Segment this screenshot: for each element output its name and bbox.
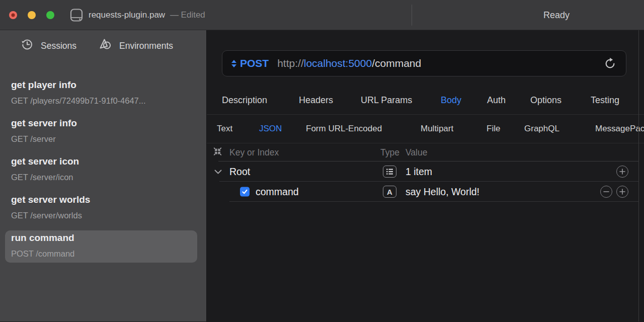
body-tab-json[interactable]: JSON xyxy=(259,124,282,134)
method-dropdown-icon xyxy=(231,60,236,67)
request-list: get player info GET /players/72499b71-91… xyxy=(0,77,206,263)
sidebar-tab-label: Environments xyxy=(119,41,173,51)
disclosure-chevron-icon[interactable] xyxy=(214,167,222,176)
collapse-icon xyxy=(212,146,223,157)
string-type-icon[interactable]: A xyxy=(383,186,396,198)
request-item-get-server-icon[interactable]: get server icon GET /server/icon xyxy=(5,154,197,186)
remove-row-button[interactable] xyxy=(600,186,612,198)
zoom-button[interactable] xyxy=(46,11,54,19)
collapse-all-button[interactable] xyxy=(212,146,223,159)
add-row-button[interactable] xyxy=(616,186,628,198)
tab-headers[interactable]: Headers xyxy=(299,95,333,105)
history-icon xyxy=(20,38,34,54)
json-value[interactable]: say Hello, World! xyxy=(406,186,479,198)
body-tab-form-url-encoded[interactable]: Form URL-Encoded xyxy=(306,124,382,134)
sidebar-tabs: Sessions Environments xyxy=(0,30,206,61)
json-row-command[interactable]: command A say Hello, World! xyxy=(207,182,644,202)
titlebar-divider xyxy=(412,5,412,26)
json-key[interactable]: command xyxy=(256,186,299,198)
json-value: 1 item xyxy=(406,166,432,178)
minimize-button[interactable] xyxy=(28,11,36,19)
send-refresh-button[interactable] xyxy=(603,56,617,70)
request-tabs: Description Headers URL Params Body Auth… xyxy=(207,86,644,115)
tab-url-params[interactable]: URL Params xyxy=(361,95,412,105)
refresh-icon xyxy=(603,57,617,70)
body-tab-multipart[interactable]: Multipart xyxy=(421,124,453,134)
request-subtitle: GET /server/worlds xyxy=(11,210,191,220)
plus-icon xyxy=(619,189,625,195)
body-type-tabs: Text JSON Form URL-Encoded Multipart Fil… xyxy=(207,115,644,143)
request-title: run command xyxy=(11,232,191,244)
request-title: get server worlds xyxy=(11,194,191,205)
checkmark-icon xyxy=(242,189,248,195)
request-subtitle: GET /server/icon xyxy=(11,172,191,182)
add-row-button[interactable] xyxy=(616,166,628,178)
request-title: get server info xyxy=(11,117,191,129)
json-row-root[interactable]: Root 1 item xyxy=(207,162,644,182)
sidebar: Sessions Environments get player info GE… xyxy=(0,30,206,321)
sidebar-tab-label: Sessions xyxy=(41,41,76,51)
url-field[interactable]: POST http://localhost:5000/command xyxy=(222,50,626,76)
tab-description[interactable]: Description xyxy=(222,95,267,105)
request-subtitle: GET /server xyxy=(11,134,191,144)
request-subtitle: POST /command xyxy=(11,249,191,259)
shapes-icon xyxy=(98,38,112,54)
column-header-key: Key or Index xyxy=(229,147,279,158)
url-path: /command xyxy=(372,57,421,69)
tab-options[interactable]: Options xyxy=(530,95,561,105)
status-text: Ready xyxy=(543,10,570,20)
url-scheme: http:// xyxy=(277,57,304,69)
request-subtitle: GET /players/72499b71-91f0-4647... xyxy=(11,96,191,106)
json-key[interactable]: Root xyxy=(229,166,250,178)
url-section: POST http://localhost:5000/command xyxy=(207,30,644,86)
titlebar: requests-plugin.paw — Edited Ready xyxy=(0,0,644,30)
method-label: POST xyxy=(240,57,269,69)
body-tab-text[interactable]: Text xyxy=(217,124,232,134)
url-host: localhost:5000 xyxy=(304,57,372,69)
sidebar-tab-sessions[interactable]: Sessions xyxy=(20,38,76,54)
json-body-editor: Key or Index Type Value Root xyxy=(207,143,644,202)
window-title: requests-plugin.paw — Edited xyxy=(89,10,205,20)
body-tab-messagepack[interactable]: MessagePack xyxy=(595,124,644,134)
main-panel: POST http://localhost:5000/command Descr… xyxy=(206,30,644,321)
minus-icon xyxy=(603,189,609,195)
body-tab-file[interactable]: File xyxy=(487,124,500,134)
plus-icon xyxy=(619,169,625,175)
request-item-run-command[interactable]: run command POST /command xyxy=(5,230,197,263)
sidebar-tab-environments[interactable]: Environments xyxy=(98,38,173,54)
request-title: get player info xyxy=(11,79,191,91)
tab-testing[interactable]: Testing xyxy=(591,95,619,105)
traffic-lights xyxy=(9,11,54,19)
document-name: requests-plugin.paw xyxy=(89,10,165,20)
request-item-get-player-info[interactable]: get player info GET /players/72499b71-91… xyxy=(5,77,197,110)
method-selector[interactable]: POST xyxy=(231,57,269,69)
json-grid-header: Key or Index Type Value xyxy=(207,143,644,162)
body-tab-graphql[interactable]: GraphQL xyxy=(524,124,559,134)
row-enabled-checkbox[interactable] xyxy=(240,187,250,197)
tab-auth[interactable]: Auth xyxy=(487,95,506,105)
column-header-type: Type xyxy=(380,147,399,158)
url-input[interactable]: http://localhost:5000/command xyxy=(277,57,421,69)
request-item-get-server-info[interactable]: get server info GET /server xyxy=(5,116,197,148)
request-item-get-server-worlds[interactable]: get server worlds GET /server/worlds xyxy=(5,192,197,224)
column-header-value: Value xyxy=(406,147,427,158)
tab-body[interactable]: Body xyxy=(441,95,461,105)
document-proxy-icon[interactable] xyxy=(69,8,84,25)
dictionary-type-icon[interactable] xyxy=(383,166,396,178)
close-button[interactable] xyxy=(9,11,17,19)
request-title: get server icon xyxy=(11,155,191,167)
edited-indicator: — Edited xyxy=(170,10,205,20)
